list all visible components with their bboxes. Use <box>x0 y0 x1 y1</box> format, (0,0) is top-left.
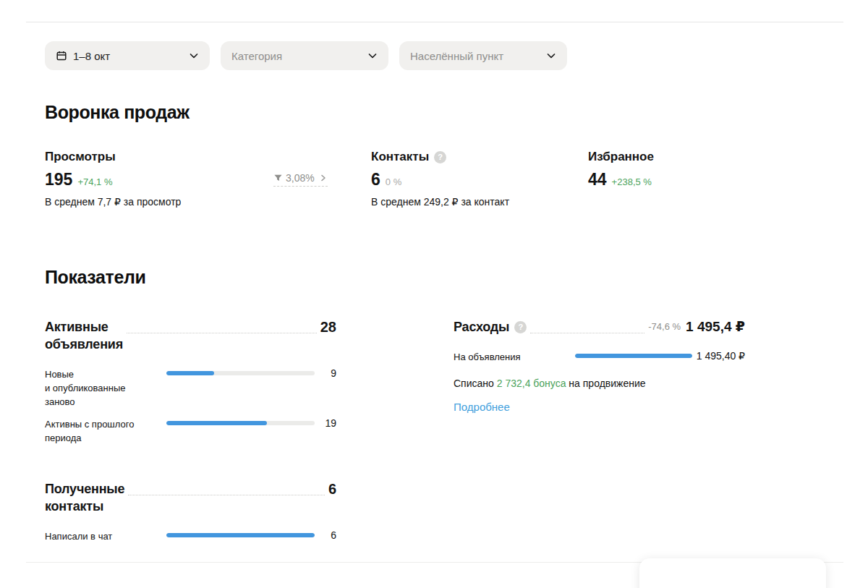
indicators-title: Показатели <box>45 266 145 288</box>
views-label: Просмотры <box>45 149 116 165</box>
views-to-contacts-conversion-link[interactable]: 3,08% <box>273 172 328 187</box>
metric-favorites: Избранное 44 +238,5 % <box>588 149 654 188</box>
active-ads-header: Активные объявления 28 <box>45 318 336 353</box>
row-value: 9 <box>315 367 336 380</box>
progress-fill <box>166 371 214 375</box>
bonus-amount: 2 732,4 бонуса <box>497 378 566 389</box>
expenses-header: Расходы ? -74,6 % 1 495,4 ₽ <box>454 318 745 336</box>
metric-row-chat-messages: Написали в чат 6 <box>45 529 336 543</box>
funnel-title: Воронка продаж <box>45 101 190 123</box>
bonus-text-suffix: на продвижение <box>566 378 645 389</box>
metric-row-carried-over-ads: Активны с прошлого периода 19 <box>45 417 336 445</box>
category-filter[interactable]: Категория <box>221 41 388 70</box>
details-link[interactable]: Подробнее <box>454 401 510 414</box>
location-filter[interactable]: Населённый пункт <box>399 41 567 70</box>
row-value: 19 <box>315 417 336 430</box>
metric-views: Просмотры 195 +74,1 % В среднем 7,7 ₽ за… <box>45 149 181 208</box>
progress-track <box>166 533 315 537</box>
chevron-down-icon <box>188 50 200 61</box>
active-ads-block: Активные объявления 28 Новые и опубликов… <box>45 318 336 445</box>
views-value: 195 <box>45 171 72 188</box>
row-value: 1 495,40 ₽ <box>692 350 745 362</box>
bonus-text-prefix: Списано <box>454 378 497 389</box>
views-note: В среднем 7,7 ₽ за просмотр <box>45 195 181 208</box>
period-filter[interactable]: 1–8 окт <box>45 41 210 70</box>
row-label: Написали в чат <box>45 529 166 543</box>
favorites-value: 44 <box>588 171 607 188</box>
received-contacts-block: Полученные контакты 6 Написали в чат 6 <box>45 480 336 543</box>
chevron-down-icon <box>545 50 557 61</box>
row-label: Активны с прошлого периода <box>45 417 166 445</box>
help-icon[interactable]: ? <box>434 151 446 163</box>
views-change: +74,1 % <box>77 176 112 187</box>
favorites-label: Избранное <box>588 149 654 165</box>
received-contacts-label: Полученные контакты <box>45 480 124 515</box>
contacts-label: Контакты <box>371 149 429 165</box>
filter-bar: 1–8 окт Категория Населённый пункт <box>45 41 567 70</box>
calendar-icon <box>56 50 67 61</box>
conversion-value: 3,08% <box>286 172 315 184</box>
active-ads-total: 28 <box>320 318 336 336</box>
location-filter-placeholder: Населённый пункт <box>410 50 503 62</box>
period-filter-value: 1–8 окт <box>73 50 110 62</box>
active-ads-label: Активные объявления <box>45 318 123 353</box>
metric-row-ad-expenses: На объявления 1 495,40 ₽ <box>454 350 745 364</box>
category-filter-placeholder: Категория <box>231 50 282 62</box>
progress-track <box>166 371 315 375</box>
favorites-change: +238,5 % <box>612 176 652 187</box>
contacts-change: 0 % <box>386 176 401 187</box>
floating-card <box>639 558 826 588</box>
received-contacts-total: 6 <box>328 480 336 498</box>
row-label: На объявления <box>454 350 575 364</box>
row-value: 6 <box>315 529 336 542</box>
top-divider <box>26 22 843 22</box>
funnel-metrics: Просмотры 195 +74,1 % В среднем 7,7 ₽ за… <box>45 149 839 221</box>
received-contacts-header: Полученные контакты 6 <box>45 480 336 515</box>
expenses-change: -74,6 % <box>648 318 681 336</box>
help-icon[interactable]: ? <box>514 321 527 333</box>
expenses-block: Расходы ? -74,6 % 1 495,4 ₽ На объявлени… <box>454 318 745 414</box>
bonus-spent-text: Списано 2 732,4 бонуса на продвижение <box>454 377 745 390</box>
progress-fill <box>166 533 315 537</box>
contacts-value: 6 <box>371 171 380 188</box>
analytics-page: 1–8 окт Категория Населённый пункт Ворон… <box>0 0 868 588</box>
metric-contacts: Контакты ? 6 0 % В среднем 249,2 ₽ за ко… <box>371 149 509 208</box>
dotted-leader <box>127 318 317 333</box>
progress-track <box>166 421 315 425</box>
progress-fill <box>166 421 267 425</box>
dotted-leader <box>128 480 325 495</box>
contacts-note: В среднем 249,2 ₽ за контакт <box>371 195 509 208</box>
row-label: Новые и опубликованные заново <box>45 367 166 409</box>
funnel-icon <box>273 174 283 183</box>
dotted-leader <box>530 318 644 333</box>
expenses-label: Расходы <box>454 318 509 336</box>
chevron-down-icon <box>367 50 378 61</box>
chevron-right-icon <box>319 174 328 182</box>
expenses-total: 1 495,4 ₽ <box>686 318 745 336</box>
progress-fill <box>575 354 692 358</box>
metric-row-new-ads: Новые и опубликованные заново 9 <box>45 367 336 409</box>
progress-track <box>575 354 692 358</box>
